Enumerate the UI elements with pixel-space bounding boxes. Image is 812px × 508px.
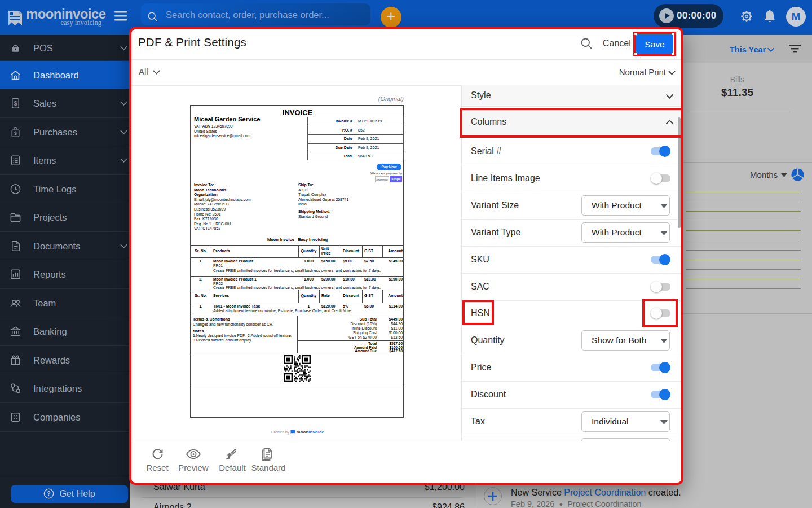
svg-text:?: ? bbox=[47, 491, 51, 497]
svg-text:$: $ bbox=[14, 130, 17, 136]
svg-text:$: $ bbox=[14, 100, 17, 107]
